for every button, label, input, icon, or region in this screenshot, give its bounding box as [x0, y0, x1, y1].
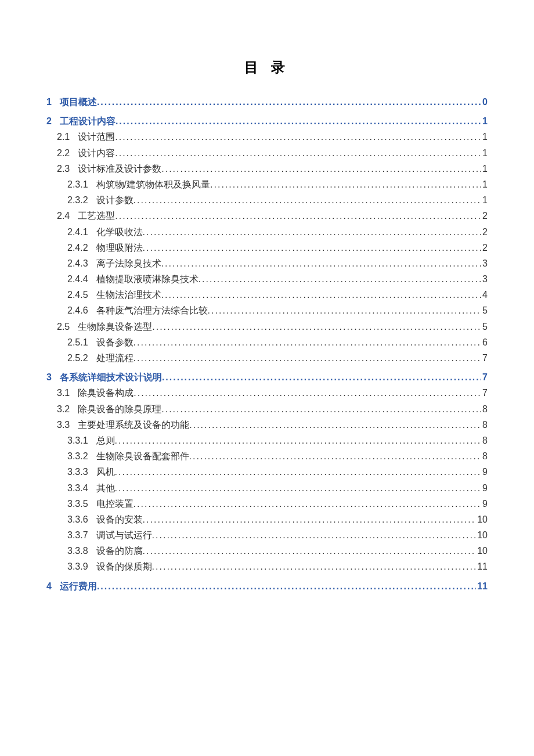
toc-entry-number: 2.4.3: [67, 255, 88, 271]
toc-entry-number: 3.3.4: [67, 480, 88, 496]
toc-entry-title: 设计标准及设计参数: [70, 161, 161, 177]
toc-entry-number: 2.4.6: [67, 303, 88, 318]
toc-entry-number: 3.3.5: [67, 496, 88, 512]
toc-entry[interactable]: 3.3主要处理系统及设备的功能.........................…: [46, 417, 488, 433]
toc-entry[interactable]: 3.3.6设备的安装..............................…: [46, 512, 488, 527]
toc-entry[interactable]: 4运行费用...................................…: [46, 578, 488, 594]
toc-entry[interactable]: 2.5.2处理流程...............................…: [46, 350, 488, 366]
toc-dots: ........................................…: [161, 161, 481, 177]
toc-entry-title: 各种废气治理方法综合比较: [88, 303, 208, 318]
toc-entry-page: 11: [476, 559, 488, 574]
toc-dots: ........................................…: [134, 192, 482, 208]
toc-entry-title: 化学吸收法: [88, 224, 143, 240]
toc-entry-title: 处理流程: [88, 350, 134, 366]
toc-entry-title: 生物法治理技术: [88, 287, 161, 303]
toc-entry[interactable]: 3.3.3风机.................................…: [46, 464, 488, 480]
toc-entry-number: 2.4: [57, 208, 70, 224]
toc-dots: ........................................…: [143, 240, 482, 255]
toc-entry[interactable]: 3.3.1总则.................................…: [46, 433, 488, 448]
toc-dots: ........................................…: [189, 448, 482, 464]
toc-entry[interactable]: 3.3.9设备的保质期.............................…: [46, 559, 488, 574]
toc-entry-title: 除臭设备的除臭原理: [70, 401, 161, 417]
toc-entry-title: 设计范围: [70, 129, 115, 145]
toc-entry-page: 0: [481, 94, 488, 110]
toc-dots: ........................................…: [115, 129, 481, 145]
toc-dots: ........................................…: [134, 334, 482, 350]
toc-entry[interactable]: 2.5.1设备参数...............................…: [46, 334, 488, 350]
toc-container: 1项目概述...................................…: [46, 94, 488, 594]
toc-entry-page: 1: [481, 113, 488, 129]
toc-dots: ........................................…: [152, 559, 477, 574]
toc-entry-number: 2.4.4: [67, 271, 88, 287]
toc-entry-page: 9: [481, 464, 488, 480]
toc-entry-number: 3.3.7: [67, 527, 88, 543]
toc-dots: ........................................…: [208, 303, 482, 318]
toc-entry-number: 3.3: [57, 417, 70, 433]
toc-entry[interactable]: 2.4.5生物法治理技术............................…: [46, 287, 488, 303]
toc-entry[interactable]: 2.4工艺选型.................................…: [46, 208, 488, 224]
toc-entry[interactable]: 3.3.2生物除臭设备配套部件.........................…: [46, 448, 488, 464]
toc-entry-page: 9: [481, 480, 488, 496]
toc-dots: ........................................…: [134, 385, 481, 401]
toc-entry[interactable]: 2.4.2物理吸附法..............................…: [46, 240, 488, 255]
toc-entry-page: 10: [476, 543, 488, 559]
toc-entry-page: 7: [481, 350, 488, 366]
toc-entry-number: 3.2: [57, 401, 70, 417]
toc-entry[interactable]: 2.3.1构筑物/建筑物体积及换风量......................…: [46, 177, 488, 192]
toc-entry-number: 2.4.5: [67, 287, 88, 303]
toc-entry-title: 设备的安装: [88, 512, 143, 527]
toc-entry[interactable]: 3.2除臭设备的除臭原理............................…: [46, 401, 488, 417]
toc-entry[interactable]: 2.4.3离子法除臭技术............................…: [46, 255, 488, 271]
toc-entry-number: 2.5.1: [67, 334, 88, 350]
toc-entry-page: 1: [481, 177, 488, 192]
toc-entry-title: 设备的保质期: [88, 559, 152, 574]
page-title: 目 录: [46, 58, 488, 77]
toc-dots: ........................................…: [115, 208, 481, 224]
toc-entry[interactable]: 3.1除臭设备构成...............................…: [46, 385, 488, 401]
toc-entry-page: 8: [481, 417, 488, 433]
toc-entry-title: 调试与试运行: [88, 527, 152, 543]
toc-entry-page: 8: [481, 433, 488, 448]
toc-dots: ........................................…: [97, 94, 481, 110]
toc-entry[interactable]: 3.3.7调试与试运行.............................…: [46, 527, 488, 543]
toc-entry[interactable]: 2.2设计内容.................................…: [46, 145, 488, 161]
toc-entry[interactable]: 2工程设计内容.................................…: [46, 113, 488, 129]
toc-entry[interactable]: 1项目概述...................................…: [46, 94, 488, 110]
toc-dots: ........................................…: [210, 177, 481, 192]
toc-entry-number: 3.3.1: [67, 433, 88, 448]
toc-entry[interactable]: 3各系统详细技术设计说明............................…: [46, 369, 488, 385]
toc-entry[interactable]: 2.4.4植物提取液喷淋除臭技术........................…: [46, 271, 488, 287]
toc-dots: ........................................…: [115, 480, 482, 496]
toc-entry-page: 1: [481, 192, 488, 208]
toc-entry[interactable]: 2.3设计标准及设计参数............................…: [46, 161, 488, 177]
toc-entry-number: 2.5.2: [67, 350, 88, 366]
toc-dots: ........................................…: [115, 433, 482, 448]
toc-entry-page: 5: [481, 319, 488, 334]
toc-dots: ........................................…: [143, 543, 477, 559]
toc-entry[interactable]: 3.3.5电控装置...............................…: [46, 496, 488, 512]
toc-dots: ........................................…: [116, 113, 481, 129]
toc-entry[interactable]: 3.3.4其他.................................…: [46, 480, 488, 496]
toc-entry-number: 2.4.1: [67, 224, 88, 240]
toc-entry[interactable]: 3.3.8设备的防腐..............................…: [46, 543, 488, 559]
toc-entry-page: 1: [481, 161, 488, 177]
toc-entry-title: 工程设计内容: [52, 113, 116, 129]
toc-entry-title: 设备的防腐: [88, 543, 143, 559]
toc-entry[interactable]: 2.5生物除臭设备选型.............................…: [46, 319, 488, 334]
toc-entry-title: 设计参数: [88, 192, 134, 208]
toc-entry-title: 生物除臭设备配套部件: [88, 448, 189, 464]
toc-entry[interactable]: 2.3.2设计参数...............................…: [46, 192, 488, 208]
toc-entry-number: 3.3.9: [67, 559, 88, 574]
toc-entry-number: 2.2: [57, 145, 70, 161]
toc-entry[interactable]: 2.1设计范围.................................…: [46, 129, 488, 145]
toc-entry-title: 植物提取液喷淋除臭技术: [88, 271, 199, 287]
toc-entry[interactable]: 2.4.6各种废气治理方法综合比较.......................…: [46, 303, 488, 318]
toc-entry-number: 3.3.2: [67, 448, 88, 464]
toc-entry-number: 3: [46, 369, 52, 385]
toc-entry-number: 2.3.2: [67, 192, 88, 208]
toc-entry-page: 1: [481, 129, 488, 145]
toc-entry-number: 3.3.3: [67, 464, 88, 480]
toc-dots: ........................................…: [152, 527, 477, 543]
toc-entry[interactable]: 2.4.1化学吸收法..............................…: [46, 224, 488, 240]
toc-entry-title: 离子法除臭技术: [88, 255, 161, 271]
